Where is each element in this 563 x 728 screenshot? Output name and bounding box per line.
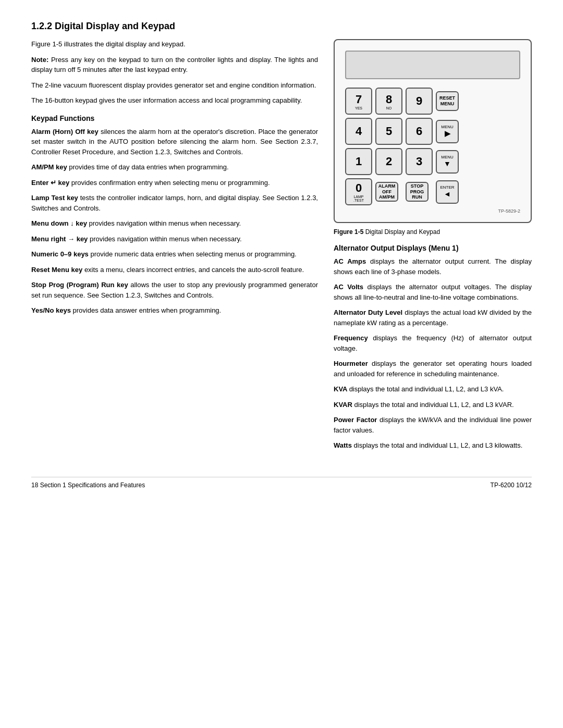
key-5-main: 5 [386, 125, 392, 138]
alternator-item: Power Factor displays the kW/kVA and the… [334, 415, 532, 435]
footer-right: TP-6200 10/12 [491, 482, 532, 489]
key-stop-line2: PROG [410, 189, 424, 195]
key-alarm-line3: AM/PM [379, 194, 395, 200]
keypad-row-1: 7 YES 8 NO 9 RESET MENU [345, 88, 520, 115]
key-0-sub1: LAMP [353, 195, 363, 199]
key-stop-line1: STOP [411, 183, 423, 189]
note-text: Press any key on the keypad to turn on t… [31, 56, 318, 74]
key-0-sub2: .TEST [353, 199, 364, 202]
key-menu-down[interactable]: MENU ▼ [436, 150, 459, 174]
key-stop-prog[interactable]: STOP PROG RUN [406, 182, 429, 202]
key-7-main: 7 [356, 93, 362, 106]
alternator-term: KVAR [334, 401, 354, 409]
key-alarm[interactable]: ALARM OFF AM/PM [375, 182, 398, 202]
function-item: Enter ↵ key provides confirmation entry … [31, 178, 318, 188]
section-title: 1.2.2 Digital Display and Keypad [31, 21, 532, 32]
key-1-main: 1 [356, 155, 362, 168]
alternator-item: AC Amps displays the alternator output c… [334, 256, 532, 277]
function-term: Menu right → key [31, 235, 90, 243]
function-term: Stop Prog (Program) Run key [31, 281, 130, 289]
key-reset-line1: RESET [439, 95, 455, 101]
note-label: Note: [31, 56, 48, 64]
key-0[interactable]: 0 LAMP .TEST [345, 178, 372, 205]
key-reset-menu[interactable]: RESET MENU [436, 91, 459, 111]
keypad-functions-title: Keypad Functions [31, 114, 318, 122]
alternator-term: KVA [334, 385, 349, 393]
function-term: Enter ↵ key [31, 179, 71, 187]
key-enter[interactable]: ENTER ◄ [436, 180, 459, 204]
key-2[interactable]: 2 [375, 148, 402, 175]
alternator-term: Watts [334, 441, 354, 449]
key-7[interactable]: 7 YES [345, 88, 372, 115]
key-8-sub: NO [386, 106, 392, 110]
function-term: AM/PM key [31, 163, 69, 171]
key-2-main: 2 [386, 155, 392, 168]
function-item: Alarm (Horn) Off key silences the alarm … [31, 127, 318, 157]
key-7-sub: YES [355, 106, 362, 110]
para1: The 2-line vacuum fluorescent display pr… [31, 80, 318, 91]
function-item: Yes/No keys provides data answer entries… [31, 305, 318, 316]
key-3[interactable]: 3 [406, 148, 433, 175]
alternator-term: Hourmeter [334, 360, 372, 367]
key-6[interactable]: 6 [406, 118, 433, 145]
function-item: Numeric 0–9 keys provide numeric data en… [31, 249, 318, 260]
function-item: Menu right → key provides navigation wit… [31, 234, 318, 244]
function-term: Lamp Test key [31, 194, 80, 202]
function-item: Reset Menu key exits a menu, clears inco… [31, 265, 318, 275]
key-6-main: 6 [416, 125, 422, 138]
note-block: Note: Press any key on the keypad to tur… [31, 55, 318, 75]
figure-text: Digital Display and Keypad [365, 228, 440, 236]
figure-number: Figure 1-5 [334, 228, 363, 236]
page-footer: 18 Section 1 Specifications and Features… [31, 477, 532, 489]
key-4[interactable]: 4 [345, 118, 372, 145]
alternator-item: Hourmeter displays the generator set ope… [334, 359, 532, 379]
left-column: Figure 1-5 illustrates the digital displ… [31, 39, 318, 321]
figure-caption: Figure 1-5 Digital Display and Keypad [334, 228, 532, 236]
key-8-main: 8 [386, 93, 392, 106]
keypad-row-2: 4 5 6 MENU ▶ [345, 118, 520, 145]
key-stop-line3: RUN [412, 194, 422, 200]
para2: The 16-button keypad gives the user info… [31, 95, 318, 106]
key-menu-right-arrow: ▶ [445, 129, 450, 138]
alternator-item: KVA displays the total and individual L1… [334, 384, 532, 394]
intro-text: Figure 1-5 illustrates the digital displ… [31, 39, 318, 50]
right-column: 7 YES 8 NO 9 RESET MENU 4 [334, 39, 532, 456]
alternator-item: Alternator Duty Level displays the actua… [334, 307, 532, 328]
key-menu-right[interactable]: MENU ▶ [436, 120, 459, 143]
keypad-diagram: 7 YES 8 NO 9 RESET MENU 4 [334, 39, 532, 223]
key-reset-line2: MENU [440, 101, 455, 107]
function-item: Menu down ↓ key provides navigation with… [31, 218, 318, 229]
alternator-term: AC Volts [334, 283, 368, 291]
key-alarm-line1: ALARM [378, 183, 396, 189]
keypad-row-4: 0 LAMP .TEST ALARM OFF AM/PM STOP PROG R… [345, 178, 520, 205]
key-enter-label: ENTER [440, 185, 454, 190]
alternator-list: AC Amps displays the alternator output c… [334, 256, 532, 451]
alternator-term: Frequency [334, 334, 373, 342]
key-9[interactable]: 9 [406, 88, 433, 115]
key-menu-down-arrow: ▼ [444, 159, 451, 168]
display-screen [345, 51, 520, 79]
key-menu-right-label: MENU [441, 125, 454, 130]
function-term: Numeric 0–9 keys [31, 250, 90, 258]
key-0-main: 0 [356, 181, 362, 195]
alternator-term: Alternator Duty Level [334, 309, 405, 316]
key-3-main: 3 [416, 155, 422, 168]
functions-list: Alarm (Horn) Off key silences the alarm … [31, 127, 318, 316]
key-9-main: 9 [416, 94, 422, 108]
key-enter-arrow: ◄ [444, 190, 451, 199]
keypad-row-3: 1 2 3 MENU ▼ [345, 148, 520, 175]
footer-left: 18 Section 1 Specifications and Features [31, 482, 145, 489]
key-4-main: 4 [356, 125, 362, 138]
tp-label: TP-5829-2 [345, 208, 520, 214]
alternator-term: Power Factor [334, 416, 380, 424]
key-8[interactable]: 8 NO [375, 88, 402, 115]
key-5[interactable]: 5 [375, 118, 402, 145]
function-item: Stop Prog (Program) Run key allows the u… [31, 280, 318, 300]
function-term: Reset Menu key [31, 266, 84, 274]
key-1[interactable]: 1 [345, 148, 372, 175]
function-term: Alarm (Horn) Off key [31, 128, 101, 135]
function-item: AM/PM key provides time of day data entr… [31, 162, 318, 172]
function-item: Lamp Test key tests the controller indic… [31, 193, 318, 213]
alternator-item: AC Volts displays the alternator output … [334, 282, 532, 302]
alternator-item: KVAR displays the total and individual L… [334, 400, 532, 410]
